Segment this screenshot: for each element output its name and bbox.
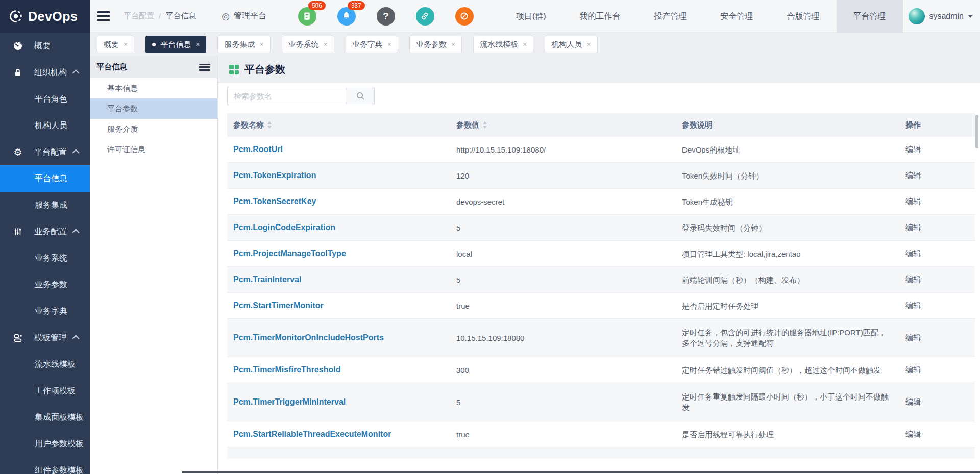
param-value-cell: http://10.15.15.109:18080/ <box>450 145 674 154</box>
panel-item-许可证信息[interactable]: 许可证信息 <box>90 139 217 160</box>
edit-button[interactable]: 编辑 <box>905 365 921 374</box>
sidebar-item-平台配置[interactable]: ⚙平台配置 <box>0 139 90 165</box>
nav-item-项目(群)[interactable]: 项目(群) <box>499 0 563 33</box>
sidebar-item-平台角色[interactable]: 平台角色 <box>0 86 90 112</box>
sidebar-item-平台信息[interactable]: 平台信息 <box>0 165 90 192</box>
tab-平台信息[interactable]: 平台信息× <box>145 36 206 53</box>
tab-机构人员[interactable]: 机构人员× <box>545 36 597 53</box>
tab-业务参数[interactable]: 业务参数× <box>409 36 462 53</box>
param-desc-cell: Token生成秘钥 <box>674 196 899 207</box>
search-input[interactable] <box>227 87 346 105</box>
close-icon[interactable]: × <box>259 41 263 48</box>
action-cell: 编辑 <box>899 365 975 375</box>
edit-button[interactable]: 编辑 <box>905 397 921 406</box>
edit-button[interactable]: 编辑 <box>905 223 921 232</box>
param-name-cell: Pcm.LoginCodeExpiration <box>227 223 450 232</box>
help-icon[interactable]: ? <box>377 7 395 26</box>
column-label: 参数值 <box>456 120 479 130</box>
sidebar-item-label: 用户参数模板 <box>35 439 84 450</box>
close-icon[interactable]: × <box>324 41 328 48</box>
tab-业务字典[interactable]: 业务字典× <box>346 36 398 53</box>
tab-业务系统[interactable]: 业务系统× <box>282 36 334 53</box>
panel-item-基本信息[interactable]: 基本信息 <box>90 78 217 98</box>
sidebar-item-业务参数[interactable]: 业务参数 <box>0 271 90 298</box>
sidebar-item-业务字典[interactable]: 业务字典 <box>0 298 90 325</box>
sidebar-item-用户参数模板[interactable]: 用户参数模板 <box>0 431 90 457</box>
param-name-cell: Pcm.TokenSecretKey <box>227 197 450 206</box>
sidebar-item-概要[interactable]: 概要 <box>0 33 90 59</box>
param-value-cell: true <box>450 302 674 310</box>
param-desc-cell: 项目管理工具类型: local,jira,zentao <box>674 248 899 259</box>
sidebar-item-机构人员[interactable]: 机构人员 <box>0 112 90 139</box>
param-desc-cell: 登录码失效时间（分钟） <box>674 222 899 233</box>
horizontal-scrollbar[interactable] <box>182 471 980 473</box>
table-row: Pcm.LoginCodeExpiration5登录码失效时间（分钟）编辑 <box>227 215 975 241</box>
edit-button[interactable]: 编辑 <box>905 145 921 154</box>
table-row: Pcm.TimerMisfireThreshold300定时任务错过触发时间阈值… <box>227 357 975 383</box>
param-desc-cell: 定时任务重复触发间隔最小时间（秒），小于这个时间不做触发 <box>674 391 899 413</box>
logo-block: DevOps <box>0 0 90 33</box>
tab-概要[interactable]: 概要× <box>97 36 134 53</box>
close-icon[interactable]: × <box>124 41 128 48</box>
column-header-参数名称: 参数名称 <box>227 120 450 130</box>
panel-item-服务介质[interactable]: 服务介质 <box>90 119 217 139</box>
nav-item-安全管理[interactable]: 安全管理 <box>704 0 770 33</box>
sidebar-item-label: 平台信息 <box>35 173 67 184</box>
user-menu[interactable]: sysadmin <box>909 8 980 24</box>
sort-icon[interactable] <box>267 121 272 129</box>
sidebar-item-业务配置[interactable]: 业务配置 <box>0 218 90 245</box>
sidebar-item-label: 工作项模板 <box>35 386 76 396</box>
close-icon[interactable]: × <box>523 41 527 48</box>
param-name-cell: Pcm.TimerMonitorOnIncludeHostPorts <box>227 333 450 342</box>
action-cell: 编辑 <box>899 223 975 233</box>
tab-label: 平台信息 <box>160 40 191 49</box>
sidebar-item-流水线模板[interactable]: 流水线模板 <box>0 351 90 378</box>
action-cell: 编辑 <box>899 249 975 259</box>
close-icon[interactable]: × <box>195 41 200 48</box>
sidebar-item-集成面板模板[interactable]: 集成面板模板 <box>0 404 90 431</box>
breadcrumb-parent[interactable]: 平台配置 <box>124 11 154 21</box>
search-button[interactable] <box>346 87 375 105</box>
close-icon[interactable]: × <box>451 41 455 48</box>
sidebar-item-模板管理[interactable]: 模板管理 <box>0 325 90 351</box>
nav-item-合版管理[interactable]: 合版管理 <box>770 0 837 33</box>
sidebar-item-label: 平台角色 <box>35 94 67 105</box>
tab-流水线模板[interactable]: 流水线模板× <box>473 36 533 53</box>
edit-button[interactable]: 编辑 <box>905 249 921 258</box>
edit-button[interactable]: 编辑 <box>905 430 921 438</box>
close-icon[interactable]: × <box>586 41 591 48</box>
vertical-scrollbar[interactable] <box>975 115 978 148</box>
search-row <box>227 87 980 105</box>
block-icon[interactable] <box>455 7 474 26</box>
action-cell: 编辑 <box>899 145 975 155</box>
edit-button[interactable]: 编辑 <box>905 197 921 206</box>
gear-icon: ⚙ <box>13 147 23 157</box>
link-icon-wrap <box>416 7 434 26</box>
sidebar-collapse-icon[interactable] <box>97 11 110 21</box>
link-icon[interactable] <box>416 7 434 26</box>
nav-item-我的工作台[interactable]: 我的工作台 <box>563 0 638 33</box>
manage-platform-button[interactable]: ◎ 管理平台 <box>222 11 266 21</box>
panel-item-平台参数[interactable]: 平台参数 <box>90 98 217 119</box>
sidebar-item-业务系统[interactable]: 业务系统 <box>0 245 90 271</box>
edit-button[interactable]: 编辑 <box>905 333 921 342</box>
edit-button[interactable]: 编辑 <box>905 171 921 180</box>
sidebar-item-组件参数模板[interactable]: 组件参数模板 <box>0 457 90 474</box>
sidebar-item-服务集成[interactable]: 服务集成 <box>0 192 90 218</box>
tab-服务集成[interactable]: 服务集成× <box>217 36 270 53</box>
close-icon[interactable]: × <box>387 41 391 48</box>
sidebar-item-工作项模板[interactable]: 工作项模板 <box>0 378 90 404</box>
edit-button[interactable]: 编辑 <box>905 275 921 284</box>
top-header: 平台配置 / 平台信息 ◎ 管理平台 506337? 项目(群)我的工作台投产管… <box>90 0 980 33</box>
nav-item-平台管理[interactable]: 平台管理 <box>837 0 903 33</box>
nav-item-投产管理[interactable]: 投产管理 <box>638 0 704 33</box>
edit-button[interactable]: 编辑 <box>905 301 921 310</box>
panel-collapse-icon[interactable] <box>199 64 210 71</box>
template-icon <box>13 333 23 343</box>
sidebar-item-组织机构[interactable]: 组织机构 <box>0 59 90 86</box>
secondary-panel-items: 基本信息平台参数服务介质许可证信息 <box>90 78 217 160</box>
sort-icon[interactable] <box>483 121 487 129</box>
sidebar-item-label: 概要 <box>34 41 51 52</box>
sort-asc-icon <box>483 121 487 124</box>
search-icon <box>355 91 365 101</box>
